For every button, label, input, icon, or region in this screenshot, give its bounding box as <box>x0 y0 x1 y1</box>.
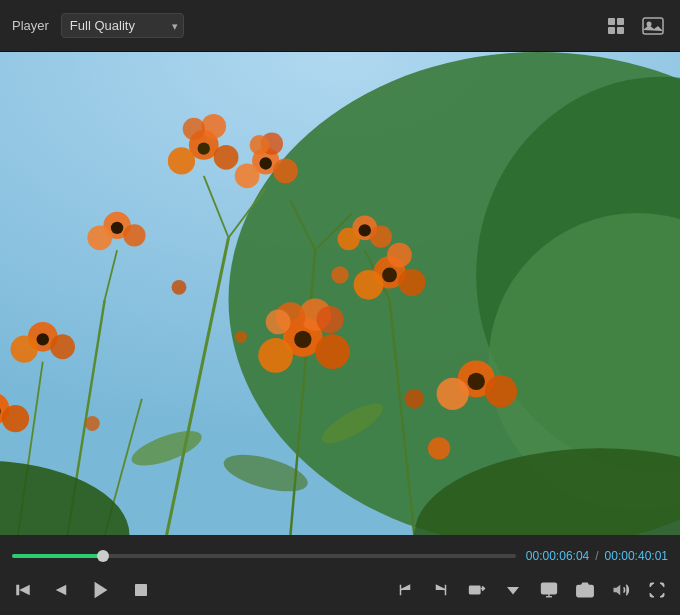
audio-button[interactable] <box>610 579 632 601</box>
play-backward-icon <box>52 581 70 599</box>
svg-rect-1 <box>617 18 624 25</box>
time-display: 00:00:06:04 / 00:00:40:01 <box>526 549 668 563</box>
svg-point-32 <box>250 135 270 155</box>
quality-select[interactable]: Full Quality Half Quality Quarter Qualit… <box>61 13 184 38</box>
svg-point-39 <box>316 306 343 333</box>
video-area <box>0 52 680 535</box>
monitor-button[interactable] <box>538 579 560 601</box>
insert-dropdown-button[interactable] <box>502 579 524 601</box>
svg-point-49 <box>111 222 123 234</box>
progress-thumb[interactable] <box>97 550 109 562</box>
svg-rect-4 <box>643 18 663 34</box>
flowers-svg <box>0 52 680 535</box>
svg-point-62 <box>404 389 424 409</box>
svg-point-77 <box>468 373 485 390</box>
time-current: 00:00:06:04 <box>526 549 589 563</box>
svg-rect-0 <box>608 18 615 25</box>
svg-point-30 <box>235 163 260 188</box>
progress-fill <box>12 554 103 558</box>
progress-bar[interactable] <box>12 554 516 558</box>
play-icon <box>90 579 112 601</box>
svg-point-54 <box>382 267 397 282</box>
svg-point-25 <box>201 114 226 139</box>
svg-point-63 <box>85 416 100 431</box>
audio-icon <box>612 581 630 599</box>
svg-point-51 <box>398 269 425 296</box>
svg-marker-89 <box>614 585 621 596</box>
svg-point-64 <box>428 437 450 459</box>
svg-point-29 <box>273 159 298 184</box>
image-icon <box>642 16 664 36</box>
toolbar: Player Full Quality Half Quality Quarter… <box>0 0 680 52</box>
svg-point-40 <box>266 310 291 335</box>
svg-point-47 <box>123 224 145 246</box>
svg-rect-83 <box>470 586 481 594</box>
svg-point-43 <box>50 334 75 359</box>
player-label: Player <box>12 18 49 33</box>
step-back-button[interactable] <box>12 579 34 601</box>
play-backward-button[interactable] <box>50 579 72 601</box>
app-container: Player Full Quality Half Quality Quarter… <box>0 0 680 615</box>
svg-point-24 <box>168 147 195 174</box>
svg-marker-84 <box>507 587 519 595</box>
svg-point-57 <box>338 228 360 250</box>
toolbar-icons <box>602 12 668 40</box>
step-back-icon <box>14 581 32 599</box>
stop-icon <box>132 581 150 599</box>
svg-marker-79 <box>19 585 30 596</box>
controls-area: 00:00:06:04 / 00:00:40:01 <box>0 535 680 615</box>
mark-out-icon <box>432 581 450 599</box>
svg-point-56 <box>370 225 392 247</box>
svg-marker-81 <box>95 582 108 599</box>
video-frame <box>0 52 680 535</box>
svg-point-75 <box>485 375 517 407</box>
svg-point-26 <box>183 118 205 140</box>
svg-point-61 <box>331 266 348 283</box>
mark-in-icon <box>396 581 414 599</box>
svg-point-48 <box>87 225 112 250</box>
svg-point-23 <box>214 145 239 170</box>
stop-button[interactable] <box>130 579 152 601</box>
insert-icon <box>468 581 486 599</box>
grid-icon <box>606 16 626 36</box>
fullscreen-button[interactable] <box>646 579 668 601</box>
svg-point-60 <box>235 331 247 343</box>
chevron-down-icon <box>504 581 522 599</box>
snapshot-icon <box>576 581 594 599</box>
svg-point-41 <box>294 331 311 348</box>
image-view-button[interactable] <box>638 12 668 40</box>
svg-point-76 <box>437 378 469 410</box>
insert-button[interactable] <box>466 579 488 601</box>
svg-point-27 <box>198 142 210 154</box>
right-controls <box>394 579 668 601</box>
svg-rect-3 <box>617 27 624 34</box>
svg-rect-82 <box>135 584 147 596</box>
svg-marker-78 <box>16 585 19 596</box>
time-separator: / <box>595 549 598 563</box>
mark-out-button[interactable] <box>430 579 452 601</box>
quality-select-wrapper[interactable]: Full Quality Half Quality Quarter Qualit… <box>61 13 184 38</box>
svg-point-44 <box>11 336 38 363</box>
monitor-icon <box>540 581 558 599</box>
time-total: 00:00:40:01 <box>605 549 668 563</box>
left-controls <box>12 577 152 603</box>
svg-point-71 <box>2 405 29 432</box>
svg-point-45 <box>37 333 49 345</box>
svg-marker-80 <box>56 585 67 596</box>
svg-point-35 <box>315 334 350 369</box>
svg-point-58 <box>359 224 371 236</box>
progress-section: 00:00:06:04 / 00:00:40:01 <box>0 535 680 571</box>
svg-rect-2 <box>608 27 615 34</box>
svg-point-36 <box>258 338 293 373</box>
snapshot-button[interactable] <box>574 579 596 601</box>
svg-point-59 <box>172 280 187 295</box>
svg-point-53 <box>387 243 412 268</box>
play-button[interactable] <box>88 577 114 603</box>
svg-point-33 <box>260 157 272 169</box>
svg-point-52 <box>354 270 384 300</box>
svg-rect-85 <box>542 583 557 594</box>
fullscreen-icon <box>648 581 666 599</box>
mark-in-button[interactable] <box>394 579 416 601</box>
grid-view-button[interactable] <box>602 12 630 40</box>
playback-controls <box>0 571 680 615</box>
